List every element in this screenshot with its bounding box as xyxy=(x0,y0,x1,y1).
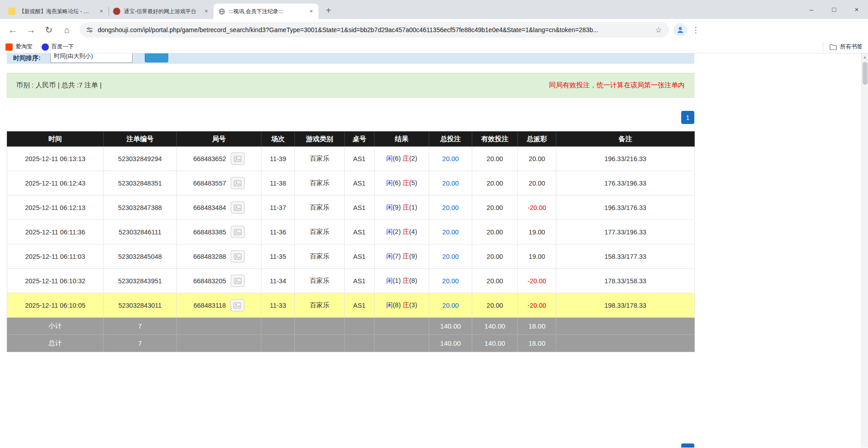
tab-bet-records[interactable]: :::视讯 会员下注纪录::: × xyxy=(213,4,318,19)
cell-result: 闲(8) 庄(3) xyxy=(375,293,429,318)
reload-icon[interactable]: ↻ xyxy=(41,22,57,38)
cell-time: 2025-12-11 06:12:43 xyxy=(7,171,104,195)
cell-game-type: 百家乐 xyxy=(295,195,345,220)
player-label: 闲 xyxy=(386,228,393,235)
new-tab-button[interactable]: + xyxy=(322,5,335,17)
cell-remark: 196.33/216.33 xyxy=(556,147,695,171)
bookmark-aitaobao[interactable]: 爱淘宝 xyxy=(5,43,33,51)
page-number-button[interactable]: 1 xyxy=(681,111,694,124)
result-image-button[interactable] xyxy=(231,201,245,214)
subtotal-count: 7 xyxy=(104,318,177,335)
window-controls: – □ × xyxy=(800,0,868,19)
home-icon[interactable]: ⌂ xyxy=(59,22,75,38)
search-button[interactable] xyxy=(145,53,168,62)
cell-remark: 176.33/196.33 xyxy=(556,171,695,195)
cell-payout: 20.00 xyxy=(518,147,556,171)
bet-record-row: 2025-12-11 06:11:36523032846111668483385… xyxy=(7,220,695,244)
cell-game-type: 百家乐 xyxy=(295,147,345,171)
tab-title: :::视讯 会员下注纪录::: xyxy=(229,8,304,15)
cell-table-no: AS1 xyxy=(345,171,375,195)
banker-label: 庄 xyxy=(403,155,409,162)
bet-record-row: 2025-12-11 06:12:43523032848351668483557… xyxy=(7,171,695,195)
tab-forum[interactable]: 【新提醒】海燕策略论坛 - 综合 × xyxy=(4,4,109,19)
profile-avatar[interactable] xyxy=(674,23,687,37)
url-text: dongshouji.com/ipl/portal.php/game/betre… xyxy=(98,26,650,33)
address-bar[interactable]: dongshouji.com/ipl/portal.php/game/betre… xyxy=(80,22,669,38)
cell-result: 闲(1) 庄(8) xyxy=(375,269,429,293)
tab-close-icon[interactable]: × xyxy=(308,8,315,15)
tab-close-icon[interactable]: × xyxy=(98,8,105,15)
site-settings-icon[interactable] xyxy=(86,26,93,33)
result-image-button[interactable] xyxy=(231,226,245,238)
cell-session: 11-38 xyxy=(261,171,295,195)
sort-label: 时间排序: xyxy=(13,54,41,62)
player-label: 闲 xyxy=(386,179,393,186)
tab-title: 通宝-信誉最好的网上游戏平台 xyxy=(124,8,199,15)
col-round-no: 局号 xyxy=(177,132,261,147)
cell-payout: 19.00 xyxy=(518,220,556,244)
cell-remark: 198.33/178.33 xyxy=(556,293,695,318)
cell-game-type: 百家乐 xyxy=(295,244,345,269)
sort-select[interactable] xyxy=(50,53,133,63)
bookmark-star-icon[interactable]: ☆ xyxy=(655,25,663,35)
cell-round-no: 668483385 xyxy=(177,220,261,244)
tab-close-icon[interactable]: × xyxy=(203,8,210,15)
cell-result: 闲(6) 庄(5) xyxy=(375,171,429,195)
maximize-button[interactable]: □ xyxy=(823,0,845,19)
player-label: 闲 xyxy=(386,301,393,309)
banker-label: 庄 xyxy=(403,204,409,211)
cell-remark: 178.33/158.33 xyxy=(556,269,695,293)
tab-tongbao[interactable]: 通宝-信誉最好的网上游戏平台 × xyxy=(109,4,213,19)
scroll-up-icon[interactable]: ▲ xyxy=(862,53,868,61)
cell-bet-no: 523032843951 xyxy=(104,269,177,293)
cell-table-no: AS1 xyxy=(345,269,375,293)
back-icon[interactable]: ← xyxy=(5,22,21,38)
result-image-button[interactable] xyxy=(230,299,244,311)
scrollbar-thumb[interactable] xyxy=(863,62,868,85)
cell-time: 2025-12-11 06:10:05 xyxy=(7,293,104,318)
forward-icon[interactable]: → xyxy=(23,22,39,38)
vertical-scrollbar[interactable]: ▲ xyxy=(861,53,868,448)
cell-bet-no: 523032846111 xyxy=(104,220,177,244)
cell-remark: 177.33/196.33 xyxy=(556,220,695,244)
cell-payout: -20.00 xyxy=(518,293,556,318)
tab-title: 【新提醒】海燕策略论坛 - 综合 xyxy=(19,8,94,15)
cell-bet-no: 523032843011 xyxy=(104,293,177,318)
cell-game-type: 百家乐 xyxy=(295,269,345,293)
tongbao-favicon-icon xyxy=(113,8,120,15)
pagination-bottom-clipped[interactable] xyxy=(681,443,694,448)
bet-record-row: 2025-12-11 06:13:13523032849294668483652… xyxy=(7,147,695,171)
bookmark-baidu[interactable]: 百度一下 xyxy=(42,43,74,51)
bookmark-label: 爱淘宝 xyxy=(15,43,33,51)
col-time: 时间 xyxy=(7,132,104,147)
cell-total-bet: 20.00 xyxy=(429,171,472,195)
cell-round-no: 668483652 xyxy=(177,147,261,171)
page-content: 时间排序: 币别 : 人民币 | 总共 :7 注单 | 同局有效投注，统一计算在… xyxy=(0,53,868,448)
cell-remark: 158.33/177.33 xyxy=(556,244,695,269)
all-bookmarks-button[interactable]: 所有书签 xyxy=(823,43,863,52)
result-image-button[interactable] xyxy=(231,177,245,189)
grand-total-payout: 18.00 xyxy=(518,335,556,352)
cell-payout: -20.00 xyxy=(518,195,556,220)
cell-remark: 196.33/176.33 xyxy=(556,195,695,220)
cell-payout: 20.00 xyxy=(518,171,556,195)
result-image-button[interactable] xyxy=(231,275,245,287)
minimize-button[interactable]: – xyxy=(800,0,823,19)
player-label: 闲 xyxy=(386,253,393,260)
cell-result: 闲(9) 庄(1) xyxy=(375,195,429,220)
close-button[interactable]: × xyxy=(845,0,868,19)
cell-total-bet: 20.00 xyxy=(429,293,472,318)
globe-favicon-icon xyxy=(218,8,225,15)
cell-round-no: 668483557 xyxy=(177,171,261,195)
browser-menu-icon[interactable]: ⋮ xyxy=(689,25,702,35)
result-image-button[interactable] xyxy=(231,153,245,165)
all-bookmarks-label: 所有书签 xyxy=(840,43,863,51)
banker-label: 庄 xyxy=(403,253,409,260)
cell-round-no: 668483118 xyxy=(177,293,261,318)
cell-result: 闲(7) 庄(9) xyxy=(375,244,429,269)
subtotal-valid-bet: 140.00 xyxy=(472,318,518,335)
result-image-button[interactable] xyxy=(231,250,245,262)
round-number: 668483652 xyxy=(193,155,226,162)
col-table-no: 桌号 xyxy=(345,132,375,147)
col-bet-no: 注单编号 xyxy=(104,132,177,147)
